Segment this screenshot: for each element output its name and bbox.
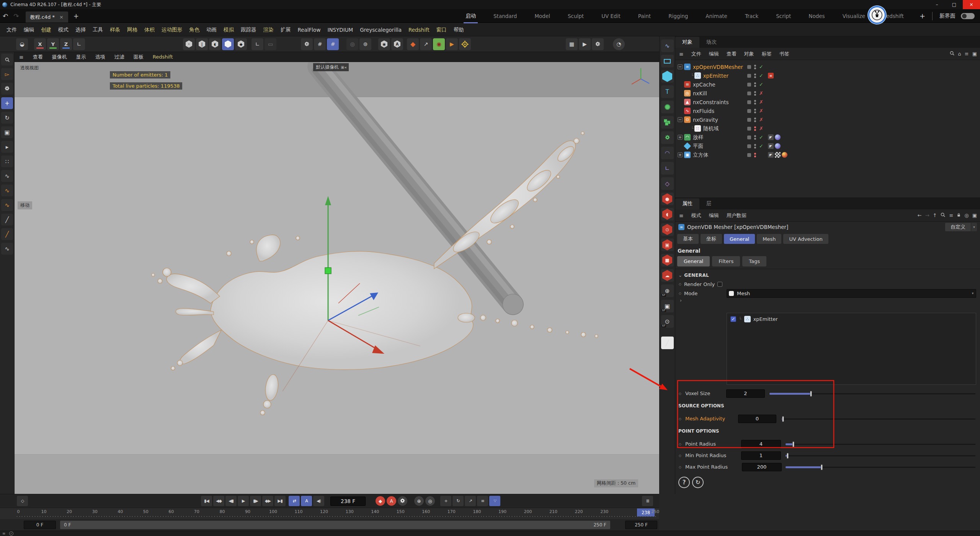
visibility-dots[interactable] bbox=[754, 126, 756, 131]
camera-lock-icon[interactable]: ▣◂ bbox=[341, 65, 346, 69]
new-window-icon[interactable]: ▣ bbox=[972, 51, 977, 57]
preset-dropdown[interactable]: 自定义 ▾ bbox=[945, 223, 977, 231]
keyframe-settings-button[interactable] bbox=[398, 496, 407, 506]
burger-icon[interactable]: ≡ bbox=[19, 54, 24, 60]
material-tag[interactable] bbox=[782, 152, 787, 158]
previous-key-button[interactable]: ◀◆ bbox=[213, 496, 224, 506]
rs-camera-icon[interactable]: ▣ bbox=[661, 239, 674, 251]
record-keyframe-button[interactable]: ◆ bbox=[376, 496, 385, 506]
enabled-state-icon[interactable]: ✓ bbox=[759, 82, 763, 87]
mode-edges-button[interactable]: | bbox=[196, 38, 208, 50]
layout-tab-model[interactable]: Model bbox=[526, 10, 559, 22]
workplane-button[interactable]: ∟ bbox=[252, 38, 263, 50]
display-tag[interactable]: ◤ bbox=[768, 143, 774, 149]
axis-x-button[interactable]: X bbox=[34, 38, 46, 50]
object-row-nxconstraints[interactable]: ▲nxConstraints✗ bbox=[675, 98, 980, 106]
layer-square[interactable] bbox=[747, 65, 751, 69]
menu--[interactable]: 渲染 bbox=[260, 26, 277, 33]
tab--[interactable]: 场次 bbox=[699, 37, 724, 48]
layout-tab-script[interactable]: Script bbox=[767, 10, 800, 22]
object-row-xpopenvdbmesher[interactable]: −∞xpOpenVDBMesher✓ bbox=[675, 62, 980, 71]
menu--[interactable]: 工具 bbox=[89, 26, 106, 33]
visibility-dots[interactable] bbox=[754, 135, 756, 140]
visibility-dot[interactable] bbox=[754, 118, 756, 119]
visibility-dot[interactable] bbox=[754, 103, 756, 105]
forward-icon[interactable]: → bbox=[925, 212, 929, 218]
visibility-dot[interactable] bbox=[754, 155, 756, 157]
param-value-field[interactable]: 1 bbox=[741, 451, 781, 460]
help-button[interactable]: ? bbox=[678, 477, 690, 488]
om-menu--[interactable]: 标签 bbox=[762, 51, 772, 57]
checker-tag[interactable] bbox=[775, 152, 781, 158]
layer-square[interactable] bbox=[747, 74, 751, 78]
visibility-dot[interactable] bbox=[754, 147, 756, 149]
rs-dome-light-icon[interactable]: ◖ bbox=[661, 208, 674, 221]
mode-model-button[interactable]: ◆ bbox=[235, 38, 247, 50]
range-start-field[interactable]: 0 F bbox=[24, 521, 56, 529]
axis-y-button[interactable]: Y bbox=[47, 38, 59, 50]
new-interface-toggle[interactable] bbox=[961, 13, 975, 19]
viewport-menu--[interactable]: 摄像机 bbox=[52, 54, 67, 60]
expander-icon[interactable]: + bbox=[678, 135, 683, 140]
viewport[interactable]: 透视视图 Number of emitters: 1 Total live pa… bbox=[15, 62, 659, 494]
emitter-list-item[interactable]: ✓ └ ∴ xpEmitter bbox=[727, 313, 976, 322]
tab--[interactable]: 层 bbox=[699, 198, 719, 209]
render-picture-viewer-button[interactable]: ▶ bbox=[579, 38, 591, 50]
object-row-nxfluids[interactable]: ∿nxFluids✗ bbox=[675, 106, 980, 115]
rotate-tool[interactable]: ↻ bbox=[1, 112, 13, 124]
object-row--[interactable]: +▣立方体◤ bbox=[675, 150, 980, 159]
mode-volume-button[interactable] bbox=[222, 38, 234, 50]
document-tab[interactable]: 教程.c4d * × bbox=[26, 11, 68, 23]
phong-tag[interactable] bbox=[775, 134, 781, 140]
search-icon[interactable] bbox=[949, 51, 955, 57]
new-document-button[interactable]: + bbox=[74, 12, 79, 20]
slider-handle[interactable] bbox=[782, 416, 784, 422]
menu--[interactable]: 编辑 bbox=[20, 26, 38, 33]
objects-expander[interactable]: › bbox=[675, 298, 980, 303]
menu--[interactable]: 角色 bbox=[186, 26, 203, 33]
primitive-cube-icon[interactable] bbox=[661, 70, 674, 83]
visibility-dot[interactable] bbox=[754, 111, 756, 113]
visibility-dots[interactable] bbox=[754, 144, 756, 149]
undo-button[interactable]: ↶ bbox=[0, 12, 11, 20]
burger-icon[interactable]: ≡ bbox=[679, 51, 684, 57]
snap-move-button[interactable] bbox=[301, 38, 313, 50]
visibility-dot[interactable] bbox=[754, 120, 756, 122]
key-parameter-toggle[interactable]: ≡ bbox=[477, 496, 488, 506]
menu-realflow[interactable]: RealFlow bbox=[294, 27, 324, 33]
layer-square[interactable] bbox=[747, 118, 751, 122]
menu--[interactable]: 模式 bbox=[55, 26, 72, 33]
document-close-icon[interactable]: × bbox=[59, 14, 64, 20]
close-button[interactable]: × bbox=[963, 0, 980, 9]
param-slider[interactable] bbox=[786, 455, 975, 456]
record-rotation-button[interactable]: ◎ bbox=[425, 496, 435, 506]
om-menu--[interactable]: 查看 bbox=[727, 51, 737, 57]
om-menu--[interactable]: 编辑 bbox=[709, 51, 719, 57]
visibility-dots[interactable] bbox=[754, 82, 756, 87]
visibility-dots[interactable] bbox=[754, 153, 756, 157]
visibility-dots[interactable] bbox=[754, 109, 756, 113]
pointer-button[interactable]: ▶ bbox=[446, 38, 458, 50]
key-rotation-toggle[interactable]: ↻ bbox=[452, 496, 464, 506]
visibility-dots[interactable] bbox=[754, 65, 756, 69]
enabled-state-icon[interactable]: ✗ bbox=[759, 99, 763, 105]
visibility-dot[interactable] bbox=[754, 74, 756, 75]
autokeying-button[interactable]: A bbox=[387, 496, 396, 506]
viewport-menu--[interactable]: 显示 bbox=[76, 54, 86, 60]
object-row-xpemitter[interactable]: └∴xpEmitter✓≡ bbox=[675, 71, 980, 80]
hex-o-tool-button[interactable]: ◉ bbox=[378, 38, 390, 50]
rs-light-icon[interactable]: ● bbox=[661, 193, 674, 205]
viewport-menu--[interactable]: 面板 bbox=[134, 54, 144, 60]
tab--[interactable]: 对象 bbox=[675, 37, 699, 48]
timeline-mode-button[interactable]: ◇ bbox=[17, 496, 28, 506]
general-group-header[interactable]: ⌄GENERAL bbox=[675, 269, 980, 279]
sub-tab-general[interactable]: General bbox=[677, 256, 710, 266]
viewport-menu--[interactable]: 查看 bbox=[33, 54, 43, 60]
sub-tab-filters[interactable]: Filters bbox=[712, 256, 740, 266]
drop-to-floor-button[interactable]: ◆ bbox=[407, 38, 419, 50]
quantize-button[interactable]: # bbox=[327, 38, 339, 50]
spline-smooth-tool[interactable]: ∿ bbox=[1, 243, 13, 255]
param-slider[interactable] bbox=[769, 393, 975, 394]
visibility-dot[interactable] bbox=[754, 76, 756, 78]
layout-tab-paint[interactable]: Paint bbox=[629, 10, 660, 22]
